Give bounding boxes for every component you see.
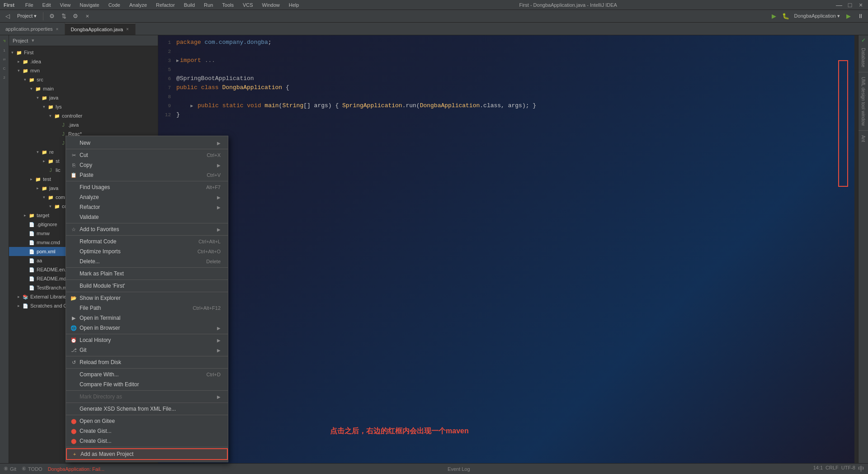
sidebar-icon-2[interactable]: 2	[0, 73, 9, 81]
close-button[interactable]: ×	[857, 1, 864, 9]
tab-dongba-application[interactable]: DongbaApplication.java ×	[65, 23, 135, 35]
bottom-git-icon: ⑧	[4, 466, 8, 472]
menu-open-gitee[interactable]: ⬤ Open on Gitee	[66, 416, 228, 426]
expand-button[interactable]: ⇅	[59, 11, 69, 21]
menu-vcs[interactable]: VCS	[241, 1, 255, 9]
sidebar-icon-project[interactable]: P	[0, 37, 9, 45]
tree-item-java1[interactable]: J .java	[9, 120, 158, 129]
menu-delete[interactable]: Delete... Delete	[66, 256, 228, 266]
close-panel-button[interactable]: ×	[82, 11, 92, 21]
menu-analyze[interactable]: Analyze	[127, 1, 149, 9]
menu-analyze[interactable]: Analyze ▶	[66, 192, 228, 202]
menu-edit[interactable]: Edit	[41, 1, 53, 9]
right-sidebar-uml-label[interactable]: UML design tool window	[860, 74, 867, 128]
menu-reformat[interactable]: Reformat Code Ctrl+Alt+L	[66, 237, 228, 246]
menu-refactor[interactable]: Refactor ▶	[66, 202, 228, 212]
tree-label: lys	[56, 104, 61, 109]
history-arrow: ▶	[217, 338, 221, 343]
tree-label: mvnw.cmd	[37, 240, 60, 245]
menu-mark-dir[interactable]: Mark Directory as ▶	[66, 392, 228, 402]
tab-bar: application.properties × DongbaApplicati…	[0, 23, 868, 35]
maximize-button[interactable]: □	[846, 1, 854, 9]
menu-view[interactable]: View	[58, 1, 73, 9]
menu-cut[interactable]: ✂ Cut Ctrl+X	[66, 150, 228, 160]
explorer-icon: 📂	[70, 294, 78, 302]
tab-application-properties[interactable]: application.properties ×	[0, 23, 65, 35]
menu-show-explorer[interactable]: 📂 Show in Explorer	[66, 293, 228, 303]
menu-window[interactable]: Window	[260, 1, 282, 9]
tree-item-src[interactable]: ▾ 📁 src	[9, 75, 158, 84]
tree-item-main[interactable]: ▾ 📁 main	[9, 84, 158, 93]
menu-build[interactable]: Build	[182, 1, 197, 9]
menu-open-browser[interactable]: 🌐 Open in Browser ▶	[66, 323, 228, 333]
event-log[interactable]: Event Log	[448, 466, 470, 472]
tab-application-properties-close[interactable]: ×	[55, 26, 60, 32]
menu-create-gist2[interactable]: ⬤ Create Gist...	[66, 436, 228, 446]
menu-optimize[interactable]: Optimize Imports Ctrl+Alt+O	[66, 246, 228, 256]
sidebar-icon-commit[interactable]: C	[0, 64, 9, 72]
filepath-icon	[70, 304, 78, 312]
menu-run[interactable]: Run	[202, 1, 215, 9]
tree-item-mvn[interactable]: ▾ 📁 mvn	[9, 66, 158, 75]
browser-icon: 🌐	[70, 324, 78, 332]
menu-new[interactable]: New ▶	[66, 138, 228, 148]
folder-icon: 📁	[41, 94, 48, 101]
menu-compare[interactable]: Compare With... Ctrl+D	[66, 370, 228, 379]
run2-button[interactable]: ▶	[844, 11, 854, 21]
menu-code[interactable]: Code	[107, 1, 122, 9]
tree-item-controller[interactable]: ▾ 📁 controller	[9, 111, 158, 120]
menu-help[interactable]: Help	[287, 1, 301, 9]
menu-add-favorites[interactable]: ☆ Add to Favorites ▶	[66, 224, 228, 234]
tree-arrow: ▾	[22, 77, 28, 82]
tab-dongba-application-close[interactable]: ×	[125, 26, 130, 32]
settings-button[interactable]: ⚙	[47, 11, 57, 21]
minimize-button[interactable]: —	[835, 1, 843, 9]
right-sidebar-database-label[interactable]: Database	[860, 45, 867, 70]
menu-file-path[interactable]: File Path Ctrl+Alt+F12	[66, 303, 228, 313]
menu-navigate[interactable]: Navigate	[78, 1, 101, 9]
debug2-button[interactable]: ⏸	[855, 11, 865, 21]
menu-add-maven[interactable]: + Add as Maven Project	[66, 448, 228, 460]
debug-button[interactable]: 🐛	[781, 11, 791, 21]
menu-copy[interactable]: ⎘ Copy ▶	[66, 160, 228, 170]
sidebar-icon-1[interactable]: 1	[0, 46, 9, 54]
tree-item-com[interactable]: ▾ 📁 lys	[9, 102, 158, 111]
menu-refactor[interactable]: Refactor	[154, 1, 177, 9]
menu-git[interactable]: ⎇ Git ▶	[66, 345, 228, 355]
gear-button[interactable]: ⚙	[71, 11, 80, 21]
menu-gen-xsd[interactable]: Generate XSD Schema from XML File...	[66, 404, 228, 414]
menu-cut-label: Cut	[80, 152, 88, 158]
menu-create-gist1[interactable]: ⬤ Create Gist...	[66, 426, 228, 436]
menu-mark-plain[interactable]: Mark as Plain Text	[66, 269, 228, 279]
bottom-todo-label: TODO	[28, 466, 42, 472]
tree-item-first[interactable]: ▾ 📁 First	[9, 48, 158, 57]
sidebar-icon-structure[interactable]: S	[0, 55, 9, 63]
menu-reload[interactable]: ↺ Reload from Disk	[66, 357, 228, 367]
menu-create-gist2-label: Create Gist...	[80, 438, 112, 444]
left-sidebar-icons: P 1 S C 2	[0, 35, 9, 463]
project-label[interactable]: Project ▾	[14, 13, 39, 19]
separator-4	[66, 235, 228, 236]
menu-find-usages[interactable]: Find Usages Alt+F7	[66, 182, 228, 192]
tree-item-java[interactable]: ▾ 📁 java	[9, 93, 158, 102]
bottom-todo[interactable]: ⑥ TODO	[22, 466, 42, 472]
tree-label: First	[24, 50, 33, 55]
menu-local-history[interactable]: ⏰ Local History ▶	[66, 335, 228, 345]
menu-compare-editor[interactable]: Compare File with Editor	[66, 379, 228, 389]
menu-file[interactable]: File	[24, 1, 35, 9]
menu-validate[interactable]: Validate	[66, 212, 228, 222]
tree-item-idea[interactable]: ▸ 📁 .idea	[9, 57, 158, 66]
menu-build[interactable]: Build Module 'First'	[66, 281, 228, 291]
back-button[interactable]: ◁	[3, 11, 13, 21]
run-button[interactable]: ▶	[769, 11, 779, 21]
menu-mark-plain-label: Mark as Plain Text	[80, 270, 124, 277]
favorites-arrow: ▶	[217, 227, 221, 232]
right-sidebar-ant-label[interactable]: Ant	[860, 133, 867, 145]
tree-label: re	[49, 149, 54, 155]
folder-icon: 📄	[22, 302, 29, 309]
menu-tools[interactable]: Tools	[220, 1, 236, 9]
menu-paste[interactable]: 📋 Paste Ctrl+V	[66, 170, 228, 180]
bottom-git[interactable]: ⑧ Git	[4, 466, 16, 472]
menu-open-terminal[interactable]: ▶ Open in Terminal	[66, 313, 228, 323]
tree-arrow: ▾	[41, 104, 47, 109]
